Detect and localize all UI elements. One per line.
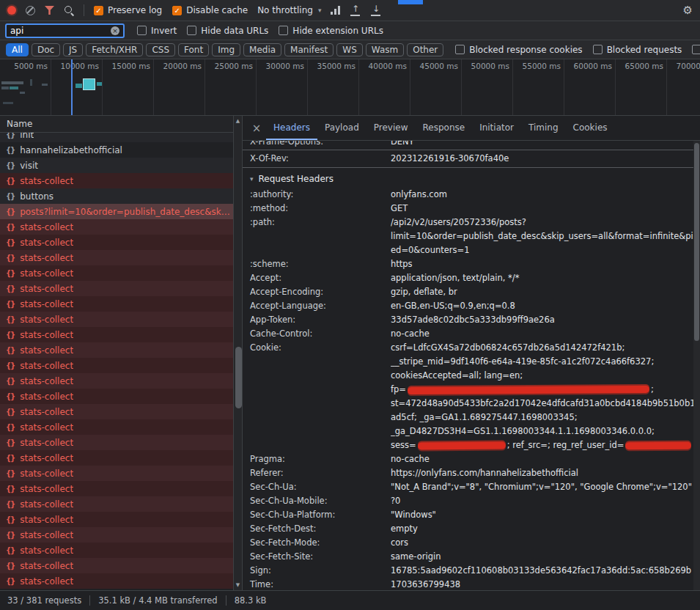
- import-har-icon[interactable]: ↑: [350, 5, 361, 16]
- request-row[interactable]: {}stats-collect: [0, 219, 233, 235]
- request-row[interactable]: {}stats-collect: [0, 342, 233, 358]
- request-row[interactable]: {}visit: [0, 158, 233, 173]
- type-filter-all[interactable]: All: [6, 43, 29, 56]
- request-headers-section[interactable]: ▾ Request Headers: [243, 168, 693, 188]
- record-icon[interactable]: [7, 6, 16, 15]
- checkbox-box[interactable]: [593, 45, 603, 54]
- request-row[interactable]: {}stats-collect: [0, 296, 233, 312]
- request-row[interactable]: {}stats-collect: [0, 481, 233, 496]
- checkbox-hide-data-urls[interactable]: Hide data URLs: [187, 26, 268, 36]
- request-row[interactable]: {}stats-collect: [0, 312, 233, 327]
- network-conditions-icon[interactable]: [331, 6, 340, 15]
- request-row[interactable]: {}stats-collect: [0, 404, 233, 419]
- header-value: "Windows": [391, 508, 693, 522]
- request-row[interactable]: {}stats-collect: [0, 543, 233, 558]
- timeline-gridline: 70000 ms: [667, 59, 700, 115]
- request-row[interactable]: {}stats-collect: [0, 419, 233, 435]
- type-filter-img[interactable]: Img: [212, 43, 240, 56]
- checkbox-preserve-log[interactable]: ✓Preserve log: [94, 5, 162, 15]
- request-row[interactable]: {}stats-collect: [0, 373, 233, 389]
- request-row[interactable]: {}stats-collect: [0, 496, 233, 512]
- column-header-name[interactable]: Name: [0, 116, 233, 133]
- checkbox-blocked-response-cookies[interactable]: Blocked response cookies: [455, 45, 582, 55]
- timeline-gridline: 20000 ms: [154, 59, 205, 115]
- request-row[interactable]: {}stats-collect: [0, 466, 233, 481]
- type-filter-other[interactable]: Other: [407, 43, 443, 56]
- tab-initiator[interactable]: Initiator: [472, 116, 521, 140]
- checkbox-box[interactable]: [455, 45, 465, 54]
- details-scrollbar[interactable]: [693, 141, 700, 590]
- filter-input[interactable]: api ×: [5, 23, 125, 38]
- arrow-down-icon: ↓: [370, 4, 381, 14]
- type-filter-doc[interactable]: Doc: [32, 43, 60, 56]
- fetch-icon: {}: [6, 238, 15, 246]
- checkbox-box[interactable]: [692, 45, 700, 54]
- request-name: stats-collect: [20, 253, 73, 263]
- request-row[interactable]: {}stats-collect: [0, 527, 233, 543]
- checkbox-box[interactable]: [187, 26, 196, 35]
- header-row: Time:1703636799438: [243, 578, 693, 590]
- request-list-scrollbar[interactable]: ▲ ▼: [233, 116, 243, 590]
- request-row[interactable]: {}hannahelizabethofficial: [0, 142, 233, 158]
- header-value: https: [391, 257, 693, 271]
- tab-cookies[interactable]: Cookies: [566, 116, 615, 140]
- checkbox-box[interactable]: [137, 26, 147, 35]
- request-row[interactable]: {}stats-collect: [0, 558, 233, 573]
- timeline-overview[interactable]: 5000 ms10000 ms15000 ms20000 ms25000 ms3…: [0, 59, 700, 116]
- request-row[interactable]: {}stats-collect: [0, 327, 233, 342]
- type-filter-manifest[interactable]: Manifest: [284, 43, 334, 56]
- filter-icon[interactable]: [45, 6, 54, 15]
- scroll-up-arrow-icon[interactable]: ▲: [234, 118, 242, 124]
- tab-timing[interactable]: Timing: [521, 116, 566, 140]
- request-row[interactable]: {}stats-collect: [0, 235, 233, 250]
- fetch-icon: {}: [6, 223, 15, 231]
- clear-filter-icon[interactable]: ×: [111, 26, 119, 35]
- scroll-down-arrow-icon[interactable]: ▼: [234, 582, 242, 588]
- request-row[interactable]: {}stats-collect: [0, 573, 233, 589]
- request-row[interactable]: {}stats-collect: [0, 435, 233, 450]
- checkbox-disable-cache[interactable]: ✓Disable cache: [172, 5, 248, 15]
- throttling-select[interactable]: No throttling ▾: [257, 5, 321, 15]
- tab-payload[interactable]: Payload: [317, 116, 366, 140]
- toolbar-checkbox-group: ✓Preserve log✓Disable cache: [94, 5, 248, 15]
- details-tabs: HeadersPayloadPreviewResponseInitiatorTi…: [266, 116, 615, 140]
- checkbox-blocked-requests[interactable]: Blocked requests: [593, 45, 682, 55]
- search-icon[interactable]: [64, 5, 74, 15]
- scrollbar-thumb[interactable]: [235, 347, 242, 408]
- checkbox-invert[interactable]: Invert: [137, 26, 177, 36]
- tab-response[interactable]: Response: [415, 116, 472, 140]
- type-filter-js[interactable]: JS: [63, 43, 83, 56]
- tab-headers[interactable]: Headers: [266, 116, 317, 140]
- request-row[interactable]: {}stats-collect: [0, 250, 233, 265]
- type-filter-wasm[interactable]: Wasm: [366, 43, 404, 56]
- type-filter-font[interactable]: Font: [178, 43, 209, 56]
- type-filter-ws[interactable]: WS: [336, 43, 362, 56]
- network-toolbar: ✓Preserve log✓Disable cache No throttlin…: [0, 0, 700, 21]
- tab-preview[interactable]: Preview: [366, 116, 416, 140]
- request-row[interactable]: {}stats-collect: [0, 281, 233, 296]
- fetch-icon: {}: [6, 515, 15, 523]
- request-row[interactable]: {}stats-collect: [0, 450, 233, 466]
- request-row[interactable]: {}stats-collect: [0, 512, 233, 527]
- checkbox-box[interactable]: ✓: [94, 6, 103, 15]
- settings-gear-icon[interactable]: ⚙: [683, 5, 693, 16]
- request-row[interactable]: {}posts?limit=10&order=publish_date_desc…: [0, 204, 233, 219]
- request-row[interactable]: {}init: [0, 133, 233, 142]
- checkbox-box[interactable]: [279, 26, 288, 35]
- request-row[interactable]: {}stats-collect: [0, 173, 233, 188]
- request-row[interactable]: {}stats-collect: [0, 265, 233, 281]
- export-har-icon[interactable]: ↓: [370, 5, 381, 16]
- request-row[interactable]: {}stats-collect: [0, 389, 233, 404]
- checkbox-3rd-party-requests[interactable]: 3rd-party requests: [692, 45, 700, 55]
- request-name: stats-collect: [20, 376, 73, 386]
- clear-network-log-icon[interactable]: [26, 6, 35, 15]
- request-row[interactable]: {}stats-collect: [0, 358, 233, 373]
- type-filter-fetch-xhr[interactable]: Fetch/XHR: [86, 43, 143, 56]
- checkbox-box[interactable]: ✓: [172, 6, 182, 15]
- checkbox-hide-extension-urls[interactable]: Hide extension URLs: [279, 26, 383, 36]
- request-row[interactable]: {}buttons: [0, 188, 233, 204]
- type-filter-media[interactable]: Media: [243, 43, 281, 56]
- scrollbar-thumb[interactable]: [694, 143, 699, 341]
- type-filter-css[interactable]: CSS: [146, 43, 175, 56]
- close-details-icon[interactable]: ×: [247, 122, 266, 135]
